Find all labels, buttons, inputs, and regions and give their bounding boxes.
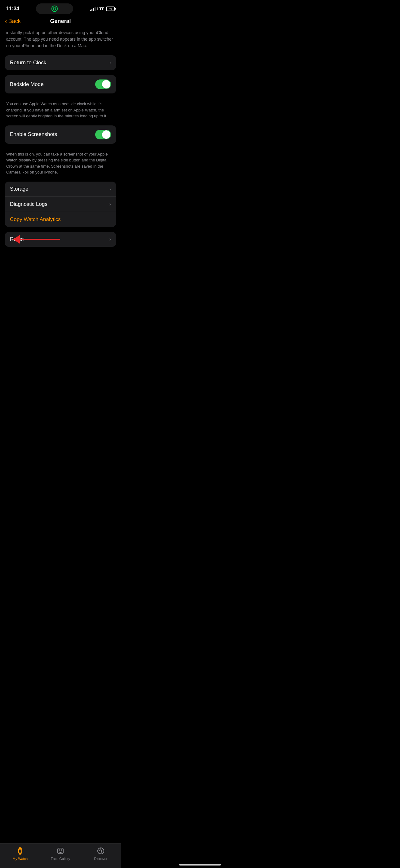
bedside-mode-label: Bedside Mode	[10, 81, 44, 88]
bedside-mode-group: Bedside Mode	[5, 75, 116, 93]
signal-bar-3	[93, 8, 94, 11]
page-content: instantly pick it up on other devices us…	[0, 28, 121, 283]
return-to-clock-group: Return to Clock ›	[5, 55, 116, 70]
storage-group: Storage › Diagnostic Logs › Copy Watch A…	[5, 182, 116, 227]
bedside-mode-description: You can use Apple Watch as a bedside clo…	[5, 98, 116, 125]
enable-screenshots-row[interactable]: Enable Screenshots	[5, 125, 116, 144]
diagnostic-logs-row[interactable]: Diagnostic Logs ›	[5, 196, 116, 212]
red-arrow-annotation	[14, 235, 60, 244]
bedside-mode-toggle[interactable]	[95, 80, 111, 89]
toggle-knob	[102, 80, 110, 89]
content-area: instantly pick it up on other devices us…	[0, 28, 121, 247]
bedside-mode-row[interactable]: Bedside Mode	[5, 75, 116, 93]
copy-watch-analytics-row[interactable]: Copy Watch Analytics	[5, 212, 116, 227]
battery-icon: 49	[106, 6, 115, 11]
arrow-head	[13, 235, 20, 244]
reset-group: Reset ›	[5, 232, 116, 247]
storage-label: Storage	[10, 186, 29, 192]
app-icon	[51, 5, 58, 12]
back-chevron-icon: ‹	[5, 18, 7, 25]
return-to-clock-label: Return to Clock	[10, 60, 46, 66]
dynamic-island	[36, 3, 73, 14]
reset-chevron-icon: ›	[109, 237, 111, 242]
page-title: General	[50, 18, 71, 25]
status-bar: 11:34 LTE 49	[0, 0, 121, 16]
signal-bar-1	[90, 10, 91, 11]
signal-bar-4	[95, 7, 96, 11]
screenshots-group: Enable Screenshots	[5, 125, 116, 144]
reset-row[interactable]: Reset ›	[5, 232, 116, 247]
enable-screenshots-label: Enable Screenshots	[10, 131, 57, 137]
diagnostic-logs-label: Diagnostic Logs	[10, 201, 47, 207]
arrow-line	[20, 239, 60, 240]
battery-level: 49	[107, 7, 114, 10]
back-label: Back	[8, 18, 21, 25]
enable-screenshots-toggle[interactable]	[95, 130, 111, 140]
diagnostic-chevron-icon: ›	[109, 202, 111, 207]
nav-bar: ‹ Back General	[0, 16, 121, 28]
return-to-clock-row[interactable]: Return to Clock ›	[5, 55, 116, 70]
battery-container: 49	[106, 6, 115, 11]
screenshots-toggle-knob	[102, 130, 110, 139]
status-right: LTE 49	[90, 6, 115, 11]
storage-chevron-icon: ›	[109, 186, 111, 192]
status-time: 11:34	[6, 6, 19, 12]
svg-point-0	[52, 6, 57, 11]
lte-indicator: LTE	[97, 6, 104, 11]
copy-watch-analytics-label: Copy Watch Analytics	[10, 216, 61, 223]
storage-row[interactable]: Storage ›	[5, 182, 116, 196]
signal-bar-2	[92, 9, 92, 11]
signal-bars	[90, 6, 96, 11]
back-button[interactable]: ‹ Back	[5, 18, 21, 25]
chevron-right-icon: ›	[109, 60, 111, 65]
screenshots-description: When this is on, you can take a screensh…	[5, 149, 116, 182]
handoff-description: instantly pick it up on other devices us…	[5, 28, 116, 55]
